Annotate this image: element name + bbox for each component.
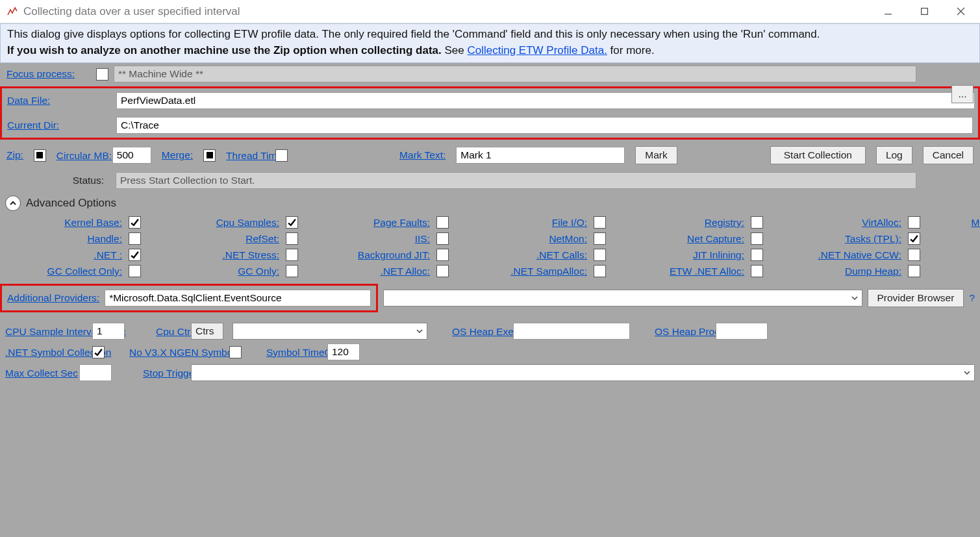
netsymbol-checkbox[interactable]	[92, 346, 105, 358]
handle-label[interactable]: Handle:	[5, 233, 122, 245]
dotnet-sampalloc-label[interactable]: .NET SampAlloc:	[457, 266, 587, 277]
focus-process-checkbox[interactable]	[96, 68, 108, 81]
dotnet-alloc-checkbox[interactable]	[436, 265, 449, 277]
thread-time-checkbox[interactable]	[275, 149, 288, 162]
cpu-ctrs-label[interactable]: Cpu Ctrs	[156, 326, 182, 337]
gc-only-label[interactable]: GC Only:	[149, 266, 279, 277]
gc-collect-only-checkbox[interactable]	[129, 265, 141, 277]
stop-trigger-combo[interactable]	[191, 364, 975, 381]
mark-text-label[interactable]: Mark Text:	[399, 149, 446, 161]
data-file-input[interactable]	[116, 92, 975, 109]
zip-checkbox[interactable]	[34, 149, 46, 162]
netcapture-label[interactable]: Net Capture:	[614, 233, 744, 245]
symbol-timeout-input[interactable]	[327, 343, 360, 360]
providers-help-link[interactable]: ?	[969, 292, 975, 304]
iis-label[interactable]: IIS:	[307, 233, 430, 245]
max-collect-input[interactable]	[79, 364, 112, 381]
tasks-tpl-label[interactable]: Tasks (TPL):	[772, 233, 901, 245]
thread-time-label[interactable]: Thread Time:	[226, 150, 265, 161]
osheap-exe-input[interactable]	[513, 323, 630, 340]
netcapture-checkbox[interactable]	[751, 232, 763, 245]
dotnet-checkbox[interactable]	[129, 249, 141, 261]
native-ccw-label[interactable]: .NET Native CCW:	[772, 249, 901, 261]
focus-process-label[interactable]: Focus process:	[6, 68, 91, 80]
stop-trigger-label[interactable]: Stop Trigger	[143, 368, 182, 379]
start-collection-button[interactable]: Start Collection	[770, 146, 866, 164]
virtalloc-checkbox[interactable]	[908, 216, 920, 229]
zip-label[interactable]: Zip:	[6, 149, 23, 161]
refset-label[interactable]: RefSet:	[149, 233, 279, 245]
info-help-link[interactable]: Collecting ETW Profile Data.	[467, 44, 607, 56]
virtalloc-label[interactable]: VirtAlloc:	[772, 217, 901, 229]
maximize-button[interactable]	[915, 3, 933, 21]
etw-dotnet-alloc-checkbox[interactable]	[751, 265, 763, 277]
circular-mb-label[interactable]: Circular MB:	[57, 150, 102, 161]
merge-label[interactable]: Merge:	[162, 149, 193, 161]
dotnet-sampalloc-checkbox[interactable]	[594, 265, 606, 277]
osheap-exe-label[interactable]: OS Heap Exe	[452, 326, 504, 337]
gc-collect-only-label[interactable]: GC Collect Only:	[5, 266, 122, 277]
meminfo-label[interactable]: MemInfo:	[929, 217, 980, 229]
log-button[interactable]: Log	[876, 146, 912, 164]
additional-providers-label[interactable]: Additional Providers:	[7, 292, 99, 304]
registry-checkbox[interactable]	[751, 216, 763, 229]
symbol-timeout-label[interactable]: Symbol TimeOut	[266, 347, 318, 358]
dotnet-calls-checkbox[interactable]	[594, 249, 606, 261]
page-faults-checkbox[interactable]	[436, 216, 449, 229]
file-io-checkbox[interactable]	[594, 216, 606, 229]
gc-only-checkbox[interactable]	[286, 265, 298, 277]
minimize-button[interactable]	[879, 3, 897, 21]
provider-browser-button[interactable]: Provider Browser	[868, 289, 964, 307]
dotnet-label[interactable]: .NET :	[5, 249, 122, 261]
dotnet-calls-label[interactable]: .NET Calls:	[457, 249, 587, 261]
refset-checkbox[interactable]	[286, 232, 298, 245]
dotnet-stress-label[interactable]: .NET Stress:	[149, 249, 279, 261]
data-file-label[interactable]: Data File:	[7, 95, 111, 106]
close-button[interactable]	[951, 3, 970, 21]
cpu-interval-label[interactable]: CPU Sample Interval Msec	[5, 326, 83, 337]
cancel-button[interactable]: Cancel	[923, 146, 974, 164]
handle-checkbox[interactable]	[129, 232, 141, 245]
dotnet-alloc-label[interactable]: .NET Alloc:	[307, 266, 430, 277]
focus-process-field[interactable]: ** Machine Wide **	[114, 66, 916, 82]
advanced-expander[interactable]	[5, 195, 21, 211]
dotnet-stress-checkbox[interactable]	[286, 249, 298, 261]
netsymbol-label[interactable]: .NET Symbol Collection	[5, 347, 83, 358]
cpu-samples-checkbox[interactable]	[286, 216, 298, 229]
jit-inlining-label[interactable]: JIT Inlining:	[614, 249, 744, 261]
page-faults-label[interactable]: Page Faults:	[307, 217, 430, 229]
nov3ngen-label[interactable]: No V3.X NGEN Symbols	[129, 347, 220, 358]
osheap-process-input[interactable]	[716, 323, 768, 340]
iis-checkbox[interactable]	[436, 232, 449, 245]
additional-providers-input[interactable]	[105, 290, 371, 306]
registry-label[interactable]: Registry:	[614, 217, 744, 229]
netmon-checkbox[interactable]	[594, 232, 606, 245]
file-io-label[interactable]: File I/O:	[457, 217, 587, 229]
etw-dotnet-alloc-label[interactable]: ETW .NET Alloc:	[614, 266, 744, 277]
background-jit-checkbox[interactable]	[436, 249, 449, 261]
mark-text-input[interactable]	[456, 147, 625, 164]
netmon-label[interactable]: NetMon:	[457, 233, 587, 245]
native-ccw-checkbox[interactable]	[908, 249, 920, 261]
cpu-samples-label[interactable]: Cpu Samples:	[149, 217, 279, 229]
merge-checkbox[interactable]	[203, 149, 216, 162]
dump-heap-label[interactable]: Dump Heap:	[772, 266, 901, 277]
current-dir-label[interactable]: Current Dir:	[7, 119, 111, 131]
cpu-interval-input[interactable]	[92, 323, 125, 340]
cpu-ctrs-combo[interactable]	[232, 323, 427, 340]
current-dir-input[interactable]	[116, 117, 973, 134]
cpu-ctrs-button[interactable]: Ctrs	[191, 323, 223, 340]
dump-heap-checkbox[interactable]	[908, 265, 920, 277]
max-collect-label[interactable]: Max Collect Sec	[5, 368, 70, 379]
background-jit-label[interactable]: Background JIT:	[307, 249, 430, 261]
kernel-base-label[interactable]: Kernel Base:	[5, 217, 122, 229]
additional-providers-combo[interactable]	[383, 290, 862, 306]
osheap-process-label[interactable]: OS Heap Process	[655, 326, 707, 337]
kernel-base-checkbox[interactable]	[129, 216, 141, 229]
jit-inlining-checkbox[interactable]	[751, 249, 763, 261]
mark-button[interactable]: Mark	[635, 146, 677, 164]
tasks-tpl-checkbox[interactable]	[908, 232, 920, 245]
circular-mb-input[interactable]	[112, 147, 151, 164]
nov3ngen-checkbox[interactable]	[229, 346, 242, 358]
browse-button[interactable]: ...	[951, 85, 974, 103]
